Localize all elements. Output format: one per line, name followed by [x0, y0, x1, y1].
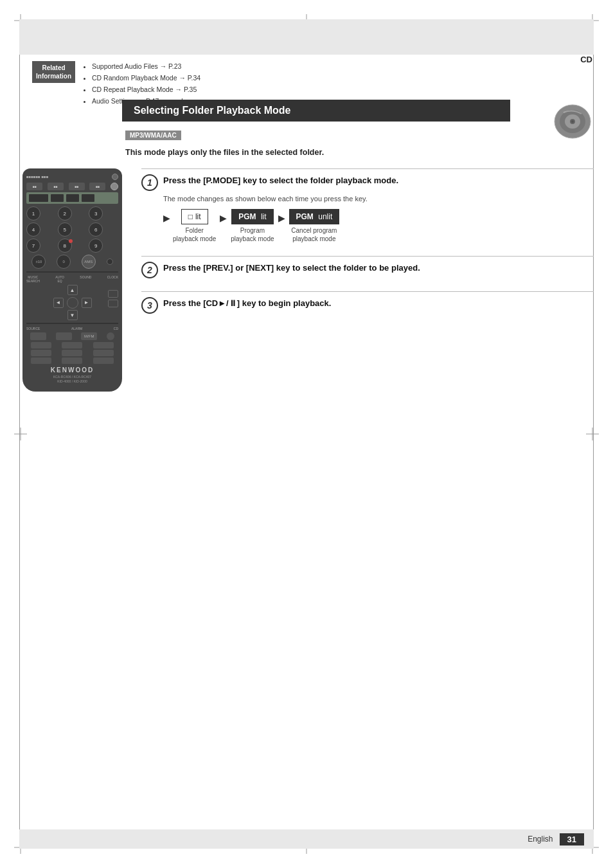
- related-info-item-2: CD Random Playback Mode → P.34: [92, 73, 200, 84]
- step-2-number: 2: [141, 262, 158, 278]
- related-info-label: RelatedInformation: [32, 61, 75, 83]
- footer-band: English 31: [19, 829, 594, 849]
- step-3-title: Press the [CD►/⏸] key to begin playback.: [163, 297, 331, 308]
- mode-pgm-lit-label: Programplayback mode: [231, 226, 274, 243]
- remote-device-col: ■■■■■■ ■■■ ■■ ■■ ■■ ■■: [22, 168, 135, 392]
- step-1-sub: The mode changes as shown below each tim…: [163, 195, 594, 203]
- step-1-block: 1 Press the [P.MODE] key to select the f…: [141, 168, 594, 243]
- step-1-number: 1: [141, 174, 158, 191]
- step-1-header: 1 Press the [P.MODE] key to select the f…: [141, 174, 594, 191]
- mode-pgm-unlit-box: PGM unlit: [289, 209, 340, 224]
- mode-pgm-unlit-text: PGM: [296, 212, 314, 221]
- main-content: Selecting Folder Playback Mode MP3/WMA/A…: [19, 100, 594, 829]
- step-3-divider: [141, 291, 594, 292]
- disc-icon: [552, 100, 594, 141]
- mode-pgm-lit-box: PGM lit: [231, 209, 273, 224]
- folder-icon: □: [188, 212, 193, 221]
- mode-diagram: ▶ □ lit Folderplayback mode ▶ PGM lit: [163, 209, 594, 243]
- step-1-divider: [141, 168, 594, 169]
- mode-pgm-lit: PGM lit Programplayback mode: [231, 209, 274, 243]
- mode-folder-box: □ lit: [181, 209, 208, 224]
- step-2-header: 2 Press the [PREV.] or [NEXT] key to sel…: [141, 262, 594, 278]
- cd-label: CD: [580, 55, 592, 64]
- section-title: Selecting Folder Playback Mode: [122, 100, 510, 122]
- mode-pgm-lit-text: PGM: [238, 212, 256, 221]
- step-3-header: 3 Press the [CD►/⏸] key to begin playbac…: [141, 297, 594, 314]
- step-1-title: Press the [P.MODE] key to select the fol…: [163, 174, 398, 185]
- mode-pgm-unlit: PGM unlit Cancel programplayback mode: [289, 209, 340, 243]
- mode-arrow-2: ▶: [278, 209, 285, 223]
- footer-page-number: 31: [560, 833, 584, 845]
- related-info-item-3: CD Repeat Playback Mode → P.35: [92, 84, 200, 96]
- step-2-block: 2 Press the [PREV.] or [NEXT] key to sel…: [141, 256, 594, 278]
- footer-language: English: [528, 835, 553, 844]
- step-2-divider: [141, 256, 594, 257]
- mode-arrow-1: ▶: [220, 209, 227, 223]
- content-body: ■■■■■■ ■■■ ■■ ■■ ■■ ■■: [19, 168, 594, 392]
- related-info-item-1: Supported Audio Files → P.23: [92, 61, 200, 73]
- format-badge: MP3/WMA/AAC: [125, 131, 181, 140]
- header-band: [19, 19, 594, 55]
- mode-pgm-unlit-label: Cancel programplayback mode: [291, 226, 337, 243]
- steps-column: 1 Press the [P.MODE] key to select the f…: [135, 168, 594, 392]
- intro-text: This mode plays only the files in the se…: [125, 148, 594, 157]
- mode-folder-label: Folderplayback mode: [173, 226, 216, 243]
- step-3-number: 3: [141, 297, 158, 314]
- svg-point-4: [571, 120, 574, 123]
- mode-folder-text: lit: [195, 212, 201, 221]
- remote-control: ■■■■■■ ■■■ ■■ ■■ ■■ ■■: [22, 168, 122, 392]
- mode-folder: □ lit Folderplayback mode: [173, 209, 216, 243]
- step-3-block: 3 Press the [CD►/⏸] key to begin playbac…: [141, 291, 594, 314]
- step-2-title: Press the [PREV.] or [NEXT] key to selec…: [163, 262, 420, 273]
- diagram-arrow-start: ▶: [163, 209, 170, 223]
